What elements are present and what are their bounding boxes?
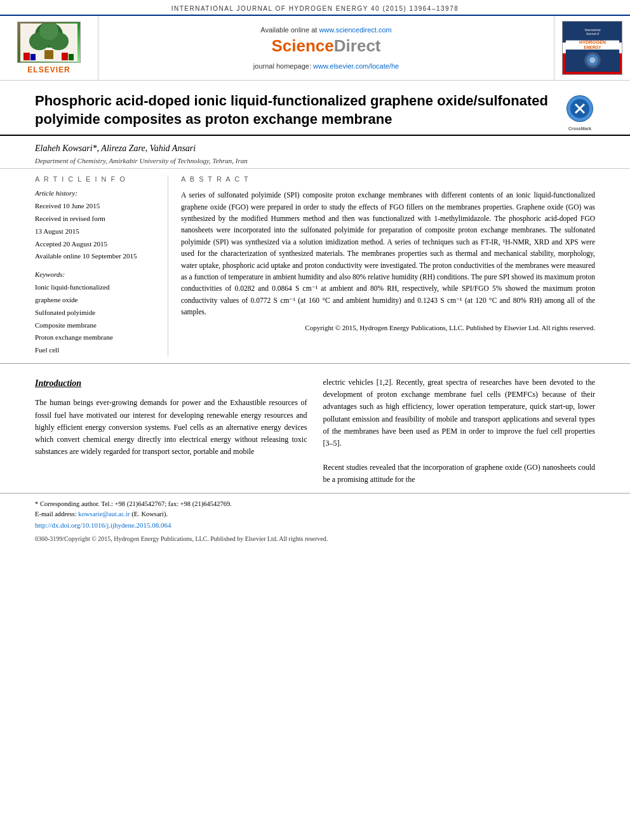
introduction-title: Introduction [35, 377, 307, 390]
elsevier-tree-image [17, 22, 81, 63]
introduction-body: Introduction The human beings ever-growi… [35, 377, 595, 486]
keyword-2: Sulfonated polyimide [35, 307, 158, 319]
svg-rect-9 [69, 54, 74, 60]
email-link[interactable]: kowsarie@aut.ac.ir [78, 510, 130, 517]
keywords-list: Ionic liquid-functionalized graphene oxi… [35, 281, 158, 357]
svg-text:ENERGY: ENERGY [584, 45, 601, 50]
keyword-3: Composite membrane [35, 319, 158, 332]
date-accepted: Accepted 20 August 2015 [35, 238, 158, 251]
article-title: Phosphoric acid-doped ionic liquid-funct… [35, 92, 566, 128]
crossmark-icon: CrossMark [566, 95, 593, 122]
article-info-header: A R T I C L E I N F O [35, 175, 158, 183]
elsevier-label: ELSEVIER [27, 65, 70, 74]
doi-link[interactable]: http://dx.doi.org/10.1016/j.ijhydene.201… [35, 521, 171, 529]
article-history-label: Article history: [35, 189, 158, 197]
svg-rect-6 [23, 53, 30, 60]
svg-point-19 [589, 57, 595, 63]
journal-header-bar: International Journal of Hydrogen Energy… [0, 0, 630, 16]
date-revised: 13 August 2015 [35, 225, 158, 238]
authors-names: Elaheh Kowsari*, Alireza Zare, Vahid Ans… [35, 143, 595, 154]
corresponding-author-note: * Corresponding author. Tel.: +98 (21)64… [35, 499, 595, 510]
sciencedirect-center: Available online at www.sciencedirect.co… [98, 16, 554, 80]
svg-rect-7 [30, 54, 36, 60]
intro-right-text-2: Recent studies revealed that the incorpo… [323, 462, 596, 486]
article-info-column: A R T I C L E I N F O Article history: R… [35, 175, 168, 357]
elsevier-logo-box: ELSEVIER [0, 16, 98, 80]
svg-rect-8 [62, 53, 68, 60]
crossmark-label: CrossMark [568, 126, 591, 131]
svg-text:HYDROGEN: HYDROGEN [579, 39, 605, 45]
footer-notes: * Corresponding author. Tel.: +98 (21)64… [0, 493, 630, 548]
journal-cover-box: International Journal of HYDROGEN ENERGY [554, 16, 630, 80]
authors-affiliation: Department of Chemistry, Amirkabir Unive… [35, 157, 595, 164]
doi-line: http://dx.doi.org/10.1016/j.ijhydene.201… [35, 520, 595, 531]
keyword-5: Fuel cell [35, 344, 158, 357]
article-dates: Received 10 June 2015 Received in revise… [35, 200, 158, 263]
date-received: Received 10 June 2015 [35, 200, 158, 213]
keywords-label: Keywords: [35, 270, 158, 278]
article-body: A R T I C L E I N F O Article history: R… [0, 169, 630, 364]
intro-right-text: electric vehicles [1,2]. Recently, great… [323, 377, 596, 450]
svg-text:Journal of: Journal of [586, 32, 599, 36]
abstract-text: A series of sulfonated polyimide (SPI) c… [181, 189, 595, 334]
crossmark-badge[interactable]: CrossMark [566, 95, 595, 124]
date-available-online: Available online 10 September 2015 [35, 250, 158, 263]
intro-left-text: The human beings ever-growing demands fo… [35, 397, 307, 458]
intro-left-column: Introduction The human beings ever-growi… [35, 377, 307, 486]
article-title-section: Phosphoric acid-doped ionic liquid-funct… [0, 81, 630, 136]
abstract-column: A B S T R A C T A series of sulfonated p… [181, 175, 595, 357]
journal-cover-image: International Journal of HYDROGEN ENERGY [562, 21, 622, 75]
intro-right-column: electric vehicles [1,2]. Recently, great… [323, 377, 596, 486]
svg-rect-1 [44, 50, 53, 59]
svg-text:International: International [584, 29, 600, 32]
authors-section: Elaheh Kowsari*, Alireza Zare, Vahid Ans… [0, 136, 630, 169]
sciencedirect-logo: ScienceDirect [272, 36, 381, 56]
footer-copyright: 0360-3199/Copyright © 2015, Hydrogen Ene… [35, 534, 595, 544]
email-line: E-mail address: kowsarie@aut.ac.ir (E. K… [35, 509, 595, 520]
abstract-header: A B S T R A C T [181, 175, 595, 183]
sciencedirect-url[interactable]: www.sciencedirect.com [319, 26, 391, 34]
keyword-1: Ionic liquid-functionalized [35, 281, 158, 294]
available-online-text: Available online at www.sciencedirect.co… [260, 26, 391, 34]
publisher-header: ELSEVIER Available online at www.science… [0, 16, 630, 81]
keyword-4: Proton exchange membrane [35, 331, 158, 344]
date-revised-label: Received in revised form [35, 213, 158, 225]
keyword-1b: graphene oxide [35, 294, 158, 307]
journal-title-header: International Journal of Hydrogen Energy… [171, 5, 459, 12]
journal-homepage: journal homepage: www.elsevier.com/locat… [253, 62, 399, 70]
email-label: E-mail address: [35, 510, 77, 517]
abstract-copyright: Copyright © 2015, Hydrogen Energy Public… [181, 323, 595, 334]
introduction-section: Introduction The human beings ever-growi… [0, 364, 630, 493]
journal-homepage-url[interactable]: www.elsevier.com/locate/he [313, 62, 399, 70]
email-suffix: (E. Kowsari). [131, 510, 168, 517]
